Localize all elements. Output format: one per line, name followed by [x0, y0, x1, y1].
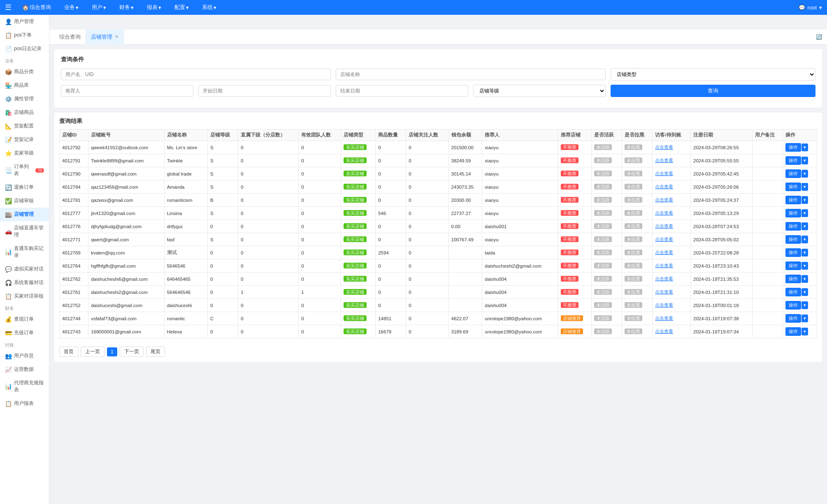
action-dropdown-btn[interactable]: ▾	[801, 209, 808, 217]
sidebar-item-pos-order[interactable]: 📋 pos下单	[0, 28, 49, 42]
cell-visit[interactable]: 点击查看	[653, 154, 691, 167]
visit-link[interactable]: 点击查看	[655, 263, 673, 268]
cell-visit[interactable]: 点击查看	[653, 220, 691, 233]
visit-link[interactable]: 点击查看	[655, 303, 673, 307]
nav-finance[interactable]: 财务 ▾	[117, 4, 136, 11]
shop-name-input[interactable]	[336, 69, 606, 80]
refresh-icon[interactable]: 🔄	[816, 34, 822, 40]
visit-link[interactable]: 点击查看	[655, 171, 673, 176]
tab-general-query[interactable]: 综合查询	[54, 30, 86, 44]
sidebar-item-agent-report[interactable]: 📊 代理商充规报表	[0, 376, 49, 397]
sidebar-item-shelf-config[interactable]: 📐 货架配置	[0, 119, 49, 133]
referrer-input[interactable]	[61, 85, 193, 97]
sidebar-item-recharge-order[interactable]: 💳 充值订单	[0, 326, 49, 340]
tab-shop-management[interactable]: 店铺管理 ✕	[86, 30, 124, 44]
sidebar-item-buyer-audit[interactable]: 📋 买家对话审核	[0, 289, 49, 303]
sidebar-item-cash-order[interactable]: 💰 查现订单	[0, 312, 49, 326]
action-btn[interactable]: 操作	[785, 196, 801, 204]
nav-business[interactable]: 业务 ▾	[62, 4, 81, 11]
cell-action[interactable]: 操作▾	[783, 233, 817, 246]
action-btn[interactable]: 操作	[785, 183, 801, 191]
sidebar-item-attribute-mgmt[interactable]: ⚙️ 属性管理	[0, 92, 49, 106]
prev-page-btn[interactable]: 上一页	[81, 347, 105, 357]
cell-action[interactable]: 操作▾	[783, 180, 817, 194]
shop-type-select[interactable]: 店铺类型 实买店铺 其他	[611, 68, 815, 81]
start-date-input[interactable]	[198, 85, 331, 97]
cell-action[interactable]: 操作▾	[783, 220, 817, 233]
first-page-btn[interactable]: 首页	[59, 347, 78, 357]
visit-link[interactable]: 点击查看	[655, 329, 673, 334]
action-dropdown-btn[interactable]: ▾	[801, 196, 808, 204]
action-btn[interactable]: 操作	[785, 314, 801, 323]
cell-action[interactable]: 操作▾	[783, 167, 817, 180]
action-dropdown-btn[interactable]: ▾	[801, 157, 808, 164]
cell-action[interactable]: 操作▾	[783, 194, 817, 207]
cell-visit[interactable]: 点击查看	[653, 286, 691, 299]
action-btn[interactable]: 操作	[785, 248, 801, 257]
cell-action[interactable]: 操作▾	[783, 299, 817, 312]
cell-action[interactable]: 操作▾	[783, 141, 817, 154]
action-btn[interactable]: 操作	[785, 275, 801, 283]
sidebar-item-virtual-buyer[interactable]: 💬 虚拟买家对话	[0, 262, 49, 276]
sidebar-item-shop-management[interactable]: 🏬 店铺管理	[0, 208, 49, 221]
cell-visit[interactable]: 点击查看	[653, 141, 691, 154]
last-page-btn[interactable]: 尾页	[146, 347, 165, 357]
action-btn[interactable]: 操作	[785, 143, 801, 152]
tab-close-icon[interactable]: ✕	[115, 34, 118, 39]
action-dropdown-btn[interactable]: ▾	[801, 236, 808, 243]
nav-system[interactable]: 系统 ▾	[200, 4, 219, 11]
cell-action[interactable]: 操作▾	[783, 207, 817, 220]
action-dropdown-btn[interactable]: ▾	[801, 222, 808, 230]
action-btn[interactable]: 操作	[785, 169, 801, 178]
sidebar-item-shop-direct[interactable]: 🚗 店铺直通车管理	[0, 221, 49, 242]
sidebar-item-direct-record[interactable]: 📊 直通车购买记录	[0, 242, 49, 262]
visit-link[interactable]: 点击查看	[655, 224, 673, 229]
nav-report[interactable]: 报表 ▾	[144, 4, 164, 11]
menu-icon[interactable]: ☰	[5, 3, 12, 12]
action-dropdown-btn[interactable]: ▾	[801, 288, 808, 296]
action-btn[interactable]: 操作	[785, 301, 801, 310]
visit-link[interactable]: 点击查看	[655, 184, 673, 189]
visit-link[interactable]: 点击查看	[655, 316, 673, 321]
action-dropdown-btn[interactable]: ▾	[801, 301, 808, 309]
action-dropdown-btn[interactable]: ▾	[801, 143, 808, 151]
cell-visit[interactable]: 点击查看	[653, 246, 691, 259]
action-dropdown-btn[interactable]: ▾	[801, 249, 808, 257]
action-btn[interactable]: 操作	[785, 288, 801, 296]
cell-action[interactable]: 操作▾	[783, 259, 817, 273]
nav-config[interactable]: 配置 ▾	[172, 4, 191, 11]
visit-link[interactable]: 点击查看	[655, 250, 673, 255]
sidebar-item-ops-data[interactable]: 📈 运营数据	[0, 363, 49, 376]
sidebar-item-product-library[interactable]: 🏪 商品库	[0, 79, 49, 92]
cell-action[interactable]: 操作▾	[783, 273, 817, 286]
cell-visit[interactable]: 点击查看	[653, 167, 691, 180]
cell-visit[interactable]: 点击查看	[653, 273, 691, 286]
cell-action[interactable]: 操作▾	[783, 246, 817, 259]
sidebar-item-pos-log[interactable]: 📄 pos日志记录	[0, 42, 49, 55]
username-input[interactable]	[61, 69, 331, 80]
cell-visit[interactable]: 点击查看	[653, 194, 691, 207]
cell-visit[interactable]: 点击查看	[653, 299, 691, 312]
action-btn[interactable]: 操作	[785, 156, 801, 165]
sidebar-item-order-list[interactable]: 📃 订单列表 70	[0, 160, 49, 180]
nav-home[interactable]: 🏠 综合查询	[20, 4, 53, 11]
sidebar-item-shop-audit[interactable]: ✅ 店铺审核	[0, 194, 49, 208]
next-page-btn[interactable]: 下一页	[120, 347, 144, 357]
action-btn[interactable]: 操作	[785, 261, 801, 270]
cell-action[interactable]: 操作▾	[783, 286, 817, 299]
cell-action[interactable]: 操作▾	[783, 154, 817, 167]
visit-link[interactable]: 点击查看	[655, 237, 673, 242]
sidebar-item-user-report[interactable]: 📋 用户报表	[0, 397, 49, 410]
sidebar-item-user-management[interactable]: 👤 用户管理	[0, 15, 49, 28]
action-dropdown-btn[interactable]: ▾	[801, 314, 808, 322]
visit-link[interactable]: 点击查看	[655, 289, 673, 294]
action-btn[interactable]: 操作	[785, 235, 801, 244]
cell-visit[interactable]: 点击查看	[653, 207, 691, 220]
sidebar-item-return-order[interactable]: 🔄 退换订单	[0, 180, 49, 194]
cell-visit[interactable]: 点击查看	[653, 312, 691, 325]
cell-visit[interactable]: 点击查看	[653, 325, 691, 338]
sidebar-item-product-category[interactable]: 📦 商品分类	[0, 65, 49, 79]
cell-visit[interactable]: 点击查看	[653, 180, 691, 194]
end-date-input[interactable]	[336, 85, 468, 97]
visit-link[interactable]: 点击查看	[655, 276, 673, 281]
